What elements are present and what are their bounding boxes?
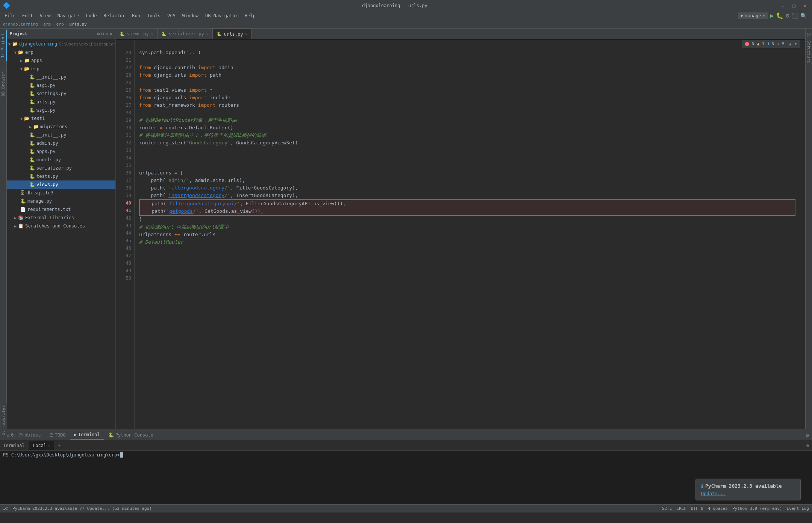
indent-setting[interactable]: 4 spaces xyxy=(708,506,728,511)
tree-item-init2[interactable]: 🐍 __init__.py xyxy=(7,131,115,139)
terminal-add-button[interactable]: + xyxy=(55,443,63,449)
terminal-settings-icon[interactable]: ⚙ xyxy=(806,432,809,438)
tree-item-root[interactable]: ▼ 📁 djangolearning C:\Users\gxx\Desktop\… xyxy=(7,40,115,48)
project-expand-icon[interactable]: ⊕ xyxy=(97,31,100,36)
tab-bar: 🐍 views.py ✕ 🐍 serializer.py ✕ 🐍 urls.py… xyxy=(116,29,805,40)
terminal-content[interactable]: PS C:\Users\gxx\Desktop\djangolearning\e… xyxy=(0,451,812,504)
git-icon: ⎇ xyxy=(3,506,8,511)
cursor-position[interactable]: 52:1 xyxy=(662,506,672,511)
debug-button[interactable]: 🐛 xyxy=(776,12,783,19)
terminal-tab[interactable]: ▶ Terminal xyxy=(70,431,104,440)
tree-item-test1[interactable]: ▼ 📂 test1 xyxy=(7,114,115,123)
minimize-button[interactable]: — xyxy=(779,3,786,9)
tab-urls-close[interactable]: ✕ xyxy=(245,32,247,36)
line-ending[interactable]: CRLF xyxy=(676,506,686,511)
menu-window[interactable]: Window xyxy=(179,12,201,19)
terminal-inner-tabs: Terminal: Local ✕ + ⚙ xyxy=(0,440,812,451)
tree-item-migrations[interactable]: ▶ 📁 migrations xyxy=(7,123,115,131)
project-settings-icon[interactable]: ⚙ xyxy=(106,31,108,36)
menu-tools[interactable]: Tools xyxy=(144,12,164,19)
menu-code[interactable]: Code xyxy=(83,12,100,19)
encoding[interactable]: UTF-8 xyxy=(691,506,703,511)
tree-item-asgi[interactable]: 🐍 asgi.py xyxy=(7,81,115,89)
menu-edit[interactable]: Edit xyxy=(19,12,36,19)
project-collapse-icon[interactable]: ⊖ xyxy=(101,31,104,36)
problems-tab[interactable]: ⚠ 6: Problems xyxy=(3,431,45,440)
right-sidebar: 2: Structure xyxy=(805,29,812,429)
tree-item-scratches[interactable]: ▶ 📋 Scratches and Consoles xyxy=(7,222,115,230)
close-button[interactable]: ✕ xyxy=(801,3,809,9)
tree-item-erp2[interactable]: ▼ 📂 erp xyxy=(7,65,115,73)
tree-item-views[interactable]: 🐍 views.py xyxy=(7,180,115,189)
tree-item-apps-py[interactable]: 🐍 apps.py xyxy=(7,147,115,156)
menu-view[interactable]: View xyxy=(37,12,54,19)
stop-button[interactable]: ⬛ xyxy=(792,13,798,19)
error-nav-up[interactable]: ▲ xyxy=(789,41,792,46)
tree-item-external-libs[interactable]: ▶ 📚 External Libraries xyxy=(7,214,115,222)
tab-views-close[interactable]: ✕ xyxy=(151,32,153,36)
tree-item-init1[interactable]: 🐍 __init__.py xyxy=(7,73,115,81)
search-everywhere-button[interactable]: 🔍 xyxy=(800,13,807,19)
tree-item-manage[interactable]: 🐍 manage.py xyxy=(7,197,115,205)
menu-vcs[interactable]: VCS xyxy=(164,12,179,19)
code-editor[interactable]: ⬤ 6 ▲ 1 ℹ 6 ✦ 5 ▲ ▼ 20 21 22 23 24 25 26… xyxy=(116,40,805,429)
tree-item-erp1[interactable]: ▼ 📂 erp xyxy=(7,48,115,56)
code-line-38: path('filtergoodscategory/', FilterGoods… xyxy=(139,184,795,192)
coverage-button[interactable]: ⚙ xyxy=(786,12,789,19)
todo-tab[interactable]: ☰ TODO xyxy=(45,431,70,440)
code-line-26: from django.urls import include xyxy=(139,94,795,102)
run-button[interactable]: ▶ xyxy=(770,12,774,19)
run-config[interactable]: ▶ manage ▼ xyxy=(738,12,768,19)
maximize-button[interactable]: ❐ xyxy=(790,3,798,9)
terminal-gear-icon[interactable]: ⚙ xyxy=(806,443,809,448)
tab-views[interactable]: 🐍 views.py ✕ xyxy=(116,29,158,39)
menu-refactor[interactable]: Refactor xyxy=(100,12,128,19)
tree-item-settings[interactable]: 🐍 settings.py xyxy=(7,89,115,98)
status-left: ⎇ PyCharm 2023.2.3 available // Update..… xyxy=(3,506,152,511)
tree-item-requirements[interactable]: 📄 requirements.txt xyxy=(7,205,115,214)
scrollbar[interactable] xyxy=(800,40,805,429)
notification-header: ℹ PyCharm 2023.2.3 available xyxy=(701,483,795,489)
db-browser-tab[interactable]: DB Browser xyxy=(0,68,6,99)
menu-db-navigator[interactable]: DB Navigator xyxy=(202,12,241,19)
tree-item-admin[interactable]: 🐍 admin.py xyxy=(7,139,115,147)
error-nav-down[interactable]: ▼ xyxy=(794,41,797,46)
breadcrumb-item-1[interactable]: djangolearning xyxy=(3,22,38,27)
warning-count: ▲ 1 xyxy=(757,41,765,46)
project-close-icon[interactable]: ✕ xyxy=(110,31,112,36)
menu-help[interactable]: Help xyxy=(242,12,259,19)
menu-navigate[interactable]: Navigate xyxy=(55,12,82,19)
code-line-36: urlpatterns = [ xyxy=(139,169,795,177)
breadcrumb-item-4[interactable]: urls.py xyxy=(69,22,86,27)
menu-file[interactable]: File xyxy=(2,12,18,19)
event-log[interactable]: Event Log xyxy=(786,506,809,511)
breadcrumb-item-3[interactable]: erp xyxy=(56,22,64,27)
code-line-43: # 把生成的url 添加到项目的url配置中 xyxy=(139,223,795,231)
code-text[interactable]: sys.path.append("..") from django.contri… xyxy=(135,40,800,429)
tab-serializer[interactable]: 🐍 serializer.py ✕ xyxy=(158,29,213,39)
tab-urls[interactable]: 🐍 urls.py ✕ xyxy=(213,29,252,39)
tree-item-serializer[interactable]: 🐍 serializer.py xyxy=(7,164,115,172)
favorites-tab[interactable]: 2: Favorites xyxy=(0,403,7,437)
tree-item-db[interactable]: 🗄 db.sqlite3 xyxy=(7,189,115,197)
tab-views-label: views.py xyxy=(127,31,149,36)
structure-tab[interactable]: 2: Structure xyxy=(806,30,812,66)
code-line-32: router.register('GoodsCategory', GoodsCa… xyxy=(139,139,795,147)
todo-label: TODO xyxy=(55,432,66,438)
menu-run[interactable]: Run xyxy=(129,12,143,19)
project-tab[interactable]: 1: Project xyxy=(0,30,7,61)
python-console-tab[interactable]: 🐍 Python Console xyxy=(105,431,157,440)
code-line-41: path('getgoods/', GetGoods.as_view()), xyxy=(139,208,795,216)
tree-item-urls[interactable]: 🐍 urls.py xyxy=(7,98,115,106)
tab-serializer-close[interactable]: ✕ xyxy=(206,32,209,36)
terminal-local-close[interactable]: ✕ xyxy=(48,443,50,447)
tree-item-tests[interactable]: 🐍 tests.py xyxy=(7,172,115,180)
todo-icon: ☰ xyxy=(49,432,53,438)
python-version[interactable]: Python 3.9 (erp env) xyxy=(732,506,782,511)
tree-item-apps[interactable]: ▶ 📁 apps xyxy=(7,56,115,65)
tree-item-models[interactable]: 🐍 models.py xyxy=(7,156,115,164)
terminal-local-tab[interactable]: Local ✕ xyxy=(29,441,54,450)
notification-update-link[interactable]: Update... xyxy=(701,491,726,496)
breadcrumb-item-2[interactable]: erp xyxy=(43,22,51,27)
tree-item-wsgi[interactable]: 🐍 wsgi.py xyxy=(7,106,115,114)
